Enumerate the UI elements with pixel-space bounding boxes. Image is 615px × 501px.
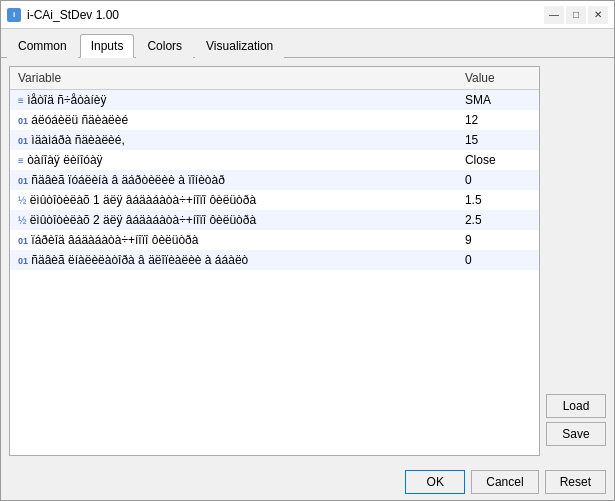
table-row[interactable]: 01 ìäàìáðà ñäèàëèé,15 [10,130,539,150]
cancel-button[interactable]: Cancel [471,470,538,494]
value-cell: 0 [457,170,539,190]
half-icon: ½ [18,215,26,226]
table-row[interactable]: ½ ëìûòîòèëàõ 1 äëÿ âáäàáàòà÷+íîïî ôèëüòð… [10,190,539,210]
side-buttons: Load Save [546,66,606,456]
tab-visualization[interactable]: Visualization [195,34,284,58]
lines-icon: ≡ [18,95,24,106]
title-bar-controls: — □ ✕ [544,6,608,24]
value-cell: 9 [457,230,539,250]
col-value-header: Value [457,67,539,90]
variable-cell: ≡ ìåòîä ñ÷åòàíèÿ [10,90,457,111]
01-icon: 01 [18,236,28,246]
variable-cell: 01 áëóáèëü ñäèàëèé [10,110,457,130]
value-cell: 0 [457,250,539,270]
variable-cell: 01 ñäâèã ëíàëèëàòîðà â äëîïèàëèè à ááàëò [10,250,457,270]
variable-cell: ½ ëìûòîòèëàõ 2 äëÿ âáäàáàòà÷+íîïî ôèëüòð… [10,210,457,230]
main-window: i i-CAi_StDev 1.00 — □ ✕ Common Inputs C… [0,0,615,501]
table-row[interactable]: ≡ òàíîàÿ ëèíîóàÿClose [10,150,539,170]
tab-bar: Common Inputs Colors Visualization [1,29,614,58]
reset-button[interactable]: Reset [545,470,606,494]
01-icon: 01 [18,256,28,266]
title-bar-left: i i-CAi_StDev 1.00 [7,8,119,22]
value-cell: 1.5 [457,190,539,210]
window-title: i-CAi_StDev 1.00 [27,8,119,22]
half-icon: ½ [18,195,26,206]
01-icon: 01 [18,116,28,126]
tab-common[interactable]: Common [7,34,78,58]
variable-cell: ≡ òàíîàÿ ëèíîóàÿ [10,150,457,170]
title-bar: i i-CAi_StDev 1.00 — □ ✕ [1,1,614,29]
value-cell: SMA [457,90,539,111]
value-cell: 15 [457,130,539,150]
save-button[interactable]: Save [546,422,606,446]
table-row[interactable]: 01 ñäâèã ïóáëèíà â äáðòèëèè à ïîíèòàð0 [10,170,539,190]
variable-cell: 01 ìäàìáðà ñäèàëèé, [10,130,457,150]
minimize-button[interactable]: — [544,6,564,24]
01-icon: 01 [18,176,28,186]
variable-cell: 01 ïáðèîä âáäàáàòà÷+íîïî ôèëüòðà [10,230,457,250]
table-row[interactable]: 01 áëóáèëü ñäèàëèé12 [10,110,539,130]
col-variable-header: Variable [10,67,457,90]
parameters-table: Variable Value ≡ ìåòîä ñ÷åòàíèÿSMA01 áëó… [10,67,539,270]
app-icon: i [7,8,21,22]
01-icon: 01 [18,136,28,146]
value-cell: 2.5 [457,210,539,230]
dialog-footer: OK Cancel Reset [1,464,614,500]
table-row[interactable]: ½ ëìûòîòèëàõ 2 äëÿ âáäàáàòà÷+íîïî ôèëüòð… [10,210,539,230]
main-content: Variable Value ≡ ìåòîä ñ÷åòàíèÿSMA01 áëó… [1,58,614,500]
variable-cell: ½ ëìûòîòèëàõ 1 äëÿ âáäàáàòà÷+íîïî ôèëüòð… [10,190,457,210]
table-row[interactable]: 01 ñäâèã ëíàëèëàòîðà â äëîïèàëèè à ááàëò… [10,250,539,270]
ok-button[interactable]: OK [405,470,465,494]
maximize-button[interactable]: □ [566,6,586,24]
load-button[interactable]: Load [546,394,606,418]
value-cell: 12 [457,110,539,130]
tab-inputs[interactable]: Inputs [80,34,135,58]
close-button[interactable]: ✕ [588,6,608,24]
tab-colors[interactable]: Colors [136,34,193,58]
lines-icon: ≡ [18,155,24,166]
variable-cell: 01 ñäâèã ïóáëèíà â äáðòèëèè à ïîíèòàð [10,170,457,190]
table-row[interactable]: ≡ ìåòîä ñ÷åòàíèÿSMA [10,90,539,111]
table-row[interactable]: 01 ïáðèîä âáäàáàòà÷+íîïî ôèëüòðà9 [10,230,539,250]
parameters-table-container: Variable Value ≡ ìåòîä ñ÷åòàíèÿSMA01 áëó… [9,66,540,456]
value-cell: Close [457,150,539,170]
